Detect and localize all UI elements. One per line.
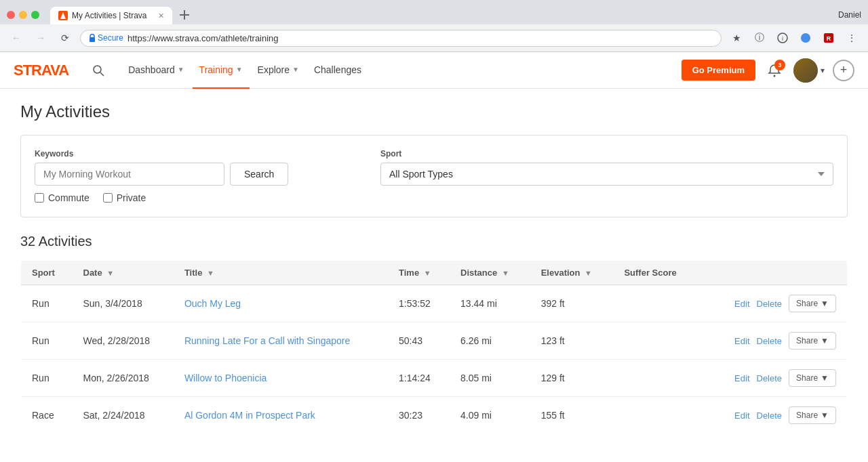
time-sort-icon: ▼ — [424, 269, 431, 277]
activities-tbody: Run Sun, 3/4/2018 Ouch My Leg 1:53:52 13… — [21, 285, 848, 434]
keywords-label: Keywords — [35, 149, 367, 159]
share-button[interactable]: Share ▼ — [789, 295, 836, 312]
share-button[interactable]: Share ▼ — [789, 332, 836, 350]
activity-link[interactable]: Willow to Phoenicia — [184, 373, 267, 383]
go-premium-button[interactable]: Go Premium — [682, 60, 755, 81]
notification-badge: 3 — [774, 60, 785, 70]
activity-link[interactable]: Running Late For a Call with Singapore — [184, 335, 350, 346]
delete-button[interactable]: Delete — [757, 336, 783, 346]
page-title: My Activities — [20, 102, 848, 121]
user-avatar[interactable] — [793, 58, 818, 83]
close-window-button[interactable] — [7, 11, 15, 19]
main-content: My Activities Keywords Search Sport All … — [0, 89, 868, 448]
edit-button[interactable]: Edit — [734, 373, 749, 383]
row-suffer — [613, 360, 698, 397]
more-options-icon[interactable]: ⋮ — [842, 28, 861, 47]
svg-rect-2 — [90, 37, 95, 42]
private-checkbox-label[interactable]: Private — [103, 192, 146, 203]
row-time: 30:23 — [388, 397, 450, 434]
private-checkbox[interactable] — [103, 193, 113, 203]
address-bar[interactable]: Secure https://www.strava.com/athlete/tr… — [80, 30, 722, 47]
bookmark-icon[interactable]: ★ — [727, 28, 746, 47]
extension-icon-2[interactable] — [796, 28, 815, 47]
dashboard-dropdown-arrow: ▼ — [178, 66, 184, 73]
commute-checkbox[interactable] — [35, 193, 44, 203]
activities-count: 32 Activities — [20, 234, 848, 249]
activity-link[interactable]: Al Gordon 4M in Prospect Park — [184, 410, 315, 421]
row-distance: 6.26 mi — [450, 322, 530, 360]
th-sport: Sport — [21, 261, 73, 285]
filter-checkboxes: Commute Private — [35, 192, 833, 203]
th-time[interactable]: Time ▼ — [388, 261, 450, 285]
title-sort-icon: ▼ — [207, 269, 214, 277]
svg-point-10 — [774, 75, 776, 77]
keywords-input[interactable] — [35, 163, 224, 186]
th-title[interactable]: Title ▼ — [174, 261, 388, 285]
row-time: 1:53:52 — [388, 285, 450, 322]
share-dropdown-arrow: ▼ — [821, 299, 829, 308]
browser-user-label: Daniel — [838, 10, 861, 20]
delete-button[interactable]: Delete — [757, 411, 783, 421]
row-title: Willow to Phoenicia — [174, 360, 388, 397]
nav-item-challenges[interactable]: Challenges — [307, 52, 368, 89]
add-activity-button[interactable]: + — [833, 60, 854, 81]
th-distance[interactable]: Distance ▼ — [450, 261, 530, 285]
browser-toolbar-icons: ★ ⓘ i R ⋮ — [727, 28, 861, 47]
reload-button[interactable]: ⟳ — [56, 28, 75, 47]
row-elevation: 392 ft — [530, 285, 614, 322]
nav-item-explore[interactable]: Explore ▼ — [251, 52, 306, 89]
nav-links: Dashboard ▼ Training ▼ Explore ▼ Challen… — [121, 52, 668, 89]
th-date[interactable]: Date ▼ — [73, 261, 174, 285]
row-elevation: 123 ft — [530, 322, 614, 360]
share-button[interactable]: Share ▼ — [789, 406, 836, 424]
delete-button[interactable]: Delete — [757, 299, 783, 309]
extension-icon-1[interactable]: i — [773, 28, 792, 47]
commute-checkbox-label[interactable]: Commute — [35, 192, 90, 203]
strava-logo[interactable]: STRAVA — [14, 62, 68, 79]
notifications-button[interactable]: 3 — [764, 60, 785, 81]
table-row: Race Sat, 2/24/2018 Al Gordon 4M in Pros… — [21, 397, 848, 434]
user-menu[interactable]: ▾ — [793, 58, 825, 83]
nav-search-button[interactable] — [89, 61, 108, 80]
edit-button[interactable]: Edit — [734, 411, 749, 421]
sport-select[interactable]: All Sport Types — [380, 163, 833, 186]
row-actions: Edit Delete Share ▼ — [698, 322, 848, 360]
browser-tab-active[interactable]: My Activities | Strava ✕ — [50, 7, 172, 24]
row-title: Ouch My Leg — [174, 285, 388, 322]
tab-close-button[interactable]: ✕ — [158, 12, 164, 20]
th-actions — [698, 261, 848, 285]
row-actions: Edit Delete Share ▼ — [698, 360, 848, 397]
row-title: Al Gordon 4M in Prospect Park — [174, 397, 388, 434]
row-date: Sun, 3/4/2018 — [73, 285, 174, 322]
svg-point-5 — [801, 33, 810, 43]
browser-chrome: My Activities | Strava ✕ Daniel ← → ⟳ Se… — [0, 0, 868, 52]
forward-button[interactable]: → — [31, 28, 50, 47]
table-row: Run Wed, 2/28/2018 Running Late For a Ca… — [21, 322, 848, 360]
row-date: Mon, 2/26/2018 — [73, 360, 174, 397]
share-dropdown-arrow: ▼ — [821, 373, 829, 383]
avatar-image — [793, 58, 818, 83]
back-button[interactable]: ← — [7, 28, 26, 47]
info-icon[interactable]: ⓘ — [750, 28, 769, 47]
minimize-window-button[interactable] — [19, 11, 27, 19]
nav-item-training[interactable]: Training ▼ — [193, 52, 250, 89]
edit-button[interactable]: Edit — [734, 299, 749, 309]
share-button[interactable]: Share ▼ — [789, 369, 836, 387]
row-date: Sat, 2/24/2018 — [73, 397, 174, 434]
extension-icon-3[interactable]: R — [819, 28, 838, 47]
row-suffer — [613, 397, 698, 434]
th-elevation[interactable]: Elevation ▼ — [530, 261, 614, 285]
maximize-window-button[interactable] — [31, 11, 39, 19]
nav-right: Go Premium 3 ▾ + — [682, 58, 854, 83]
delete-button[interactable]: Delete — [757, 373, 783, 383]
training-dropdown-arrow: ▼ — [236, 66, 243, 73]
svg-rect-1 — [184, 10, 185, 20]
nav-item-dashboard[interactable]: Dashboard ▼ — [121, 52, 191, 89]
new-tab-button[interactable] — [175, 5, 194, 24]
search-button[interactable]: Search — [230, 163, 288, 186]
edit-button[interactable]: Edit — [734, 336, 749, 346]
activity-link[interactable]: Ouch My Leg — [184, 298, 241, 309]
browser-window-controls — [7, 11, 39, 19]
row-distance: 13.44 mi — [450, 285, 530, 322]
secure-indicator: Secure — [89, 33, 123, 43]
